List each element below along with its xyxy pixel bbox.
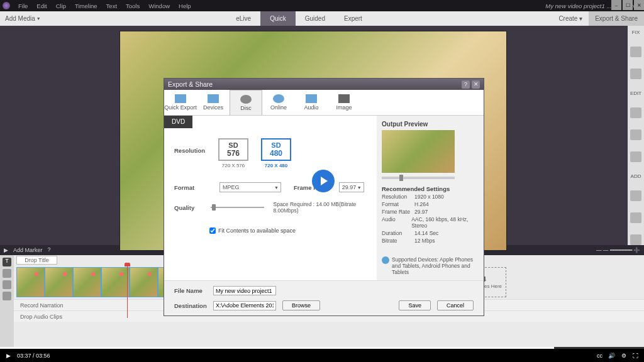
- label-quality: Quality: [174, 204, 202, 211]
- color-icon[interactable]: [630, 151, 641, 162]
- tab-online[interactable]: Online: [262, 90, 295, 115]
- video-player-bar: ▶ 03:37 / 03:56 cc 🔊 ⚙ ⛶: [0, 347, 644, 362]
- recommended-settings-title: Recommended Settings: [382, 185, 479, 192]
- output-preview-thumbnail: [382, 130, 455, 173]
- narration-track-icon: [3, 280, 11, 289]
- subtab-dvd[interactable]: DVD: [164, 116, 192, 128]
- title-icon[interactable]: [630, 190, 641, 201]
- format-select[interactable]: MPEG: [219, 182, 281, 192]
- clip[interactable]: [101, 267, 130, 297]
- resolution-option-576[interactable]: SD 576: [218, 138, 248, 161]
- clip[interactable]: [130, 267, 158, 297]
- add-media-dropdown[interactable]: Add Media▼: [0, 15, 46, 22]
- frame-rate-select[interactable]: 29.97: [339, 182, 364, 192]
- panel-label-fix: FIX: [632, 30, 640, 35]
- dialog-help-icon[interactable]: ?: [462, 80, 470, 89]
- mode-expert[interactable]: Expert: [335, 11, 372, 26]
- video-track-icon: [3, 269, 11, 278]
- tab-audio[interactable]: Audio: [295, 90, 328, 115]
- menu-file[interactable]: File: [14, 3, 32, 9]
- mode-guided[interactable]: Guided: [296, 11, 335, 26]
- label-resolution: Resolution: [174, 138, 207, 168]
- resolution-option-480[interactable]: SD 480: [261, 138, 291, 161]
- drop-title-slot[interactable]: Drop Title: [16, 256, 57, 265]
- tab-quick-export[interactable]: Quick Export: [164, 90, 197, 115]
- timeline-tool-column: T: [0, 255, 14, 347]
- output-preview-title: Output Preview: [382, 121, 479, 128]
- playhead[interactable]: [127, 265, 128, 318]
- export-type-tabs: Quick Export Devices Disc Online Audio I…: [164, 90, 484, 116]
- info-icon: [382, 256, 389, 264]
- clip[interactable]: [45, 267, 73, 297]
- save-button[interactable]: Save: [399, 300, 431, 310]
- video-progress-bar[interactable]: [0, 347, 644, 349]
- fx2-icon[interactable]: [630, 129, 641, 140]
- destination-input[interactable]: [213, 301, 276, 310]
- fullscreen-icon[interactable]: ⛶: [632, 352, 639, 359]
- wrench-icon[interactable]: [630, 69, 641, 79]
- mode-quick[interactable]: Quick: [260, 11, 296, 26]
- menu-window[interactable]: Window: [144, 3, 174, 9]
- create-dropdown[interactable]: Create ▾: [552, 11, 589, 26]
- fit-contents-checkbox[interactable]: [209, 228, 216, 234]
- label-fit-contents: Fit Contents to available space: [218, 228, 296, 234]
- fx-icon[interactable]: [630, 107, 641, 118]
- project-name: My new video project1 ...: [539, 3, 618, 9]
- menu-tools[interactable]: Tools: [121, 3, 144, 9]
- preview-scrubber[interactable]: [382, 177, 455, 179]
- export-share-button[interactable]: Export & Share: [589, 11, 644, 26]
- settings-icon[interactable]: ⚙: [620, 352, 627, 359]
- audio-track-icon: [3, 292, 11, 300]
- video-play-overlay[interactable]: [312, 170, 335, 192]
- menu-help[interactable]: Help: [174, 3, 196, 9]
- file-name-input[interactable]: [213, 286, 276, 295]
- panel-label-edit: EDIT: [630, 90, 641, 96]
- quality-slider[interactable]: [211, 207, 264, 208]
- help-icon[interactable]: ?: [48, 246, 55, 254]
- player-play-icon[interactable]: ▶: [5, 352, 12, 359]
- menu-edit[interactable]: Edit: [32, 3, 51, 9]
- os-window-controls: – ☐ ✕: [610, 0, 644, 10]
- export-share-dialog: Export & Share ? ✕ Quick Export Devices …: [164, 78, 484, 316]
- add-marker-button[interactable]: Add Marker: [13, 247, 43, 253]
- cancel-button[interactable]: Cancel: [437, 300, 474, 310]
- right-panel: FIX EDIT ADD: [628, 26, 644, 245]
- clip[interactable]: [73, 267, 101, 297]
- maximize-button[interactable]: ☐: [623, 0, 633, 10]
- menu-bar: File Edit Clip Timeline Text Tools Windo…: [0, 0, 644, 11]
- text-tool-icon[interactable]: T: [3, 258, 11, 266]
- mode-bar: Add Media▼ eLive Quick Guided Expert Cre…: [0, 11, 644, 26]
- player-time: 03:37 / 03:56: [17, 353, 50, 359]
- dialog-close-icon[interactable]: ✕: [472, 80, 480, 89]
- tab-image[interactable]: Image: [328, 90, 360, 115]
- space-required-text: Space Required : 14.00 MB(Bitrate 8.00Mb…: [273, 201, 367, 214]
- app-logo-icon: [3, 2, 10, 9]
- menu-clip[interactable]: Clip: [52, 3, 70, 9]
- cc-icon[interactable]: cc: [596, 352, 603, 359]
- dialog-titlebar: Export & Share ? ✕: [164, 79, 484, 90]
- label-file-name: File Name: [174, 287, 207, 294]
- clip[interactable]: [16, 267, 45, 297]
- label-destination: Destination: [174, 302, 207, 309]
- graphics-icon[interactable]: [630, 234, 641, 245]
- mode-elive[interactable]: eLive: [226, 11, 260, 26]
- menu-text[interactable]: Text: [102, 3, 121, 9]
- minimize-button[interactable]: –: [611, 0, 621, 10]
- browse-button[interactable]: Browse: [282, 300, 320, 310]
- supported-devices-text: Supported Devices: Apple Phones and Tabl…: [392, 256, 479, 275]
- music-icon[interactable]: [630, 212, 641, 223]
- label-format: Format: [174, 184, 207, 191]
- menu-timeline[interactable]: Timeline: [70, 3, 102, 9]
- tool-icon[interactable]: [630, 47, 641, 57]
- panel-label-add: ADD: [631, 173, 641, 179]
- tab-devices[interactable]: Devices: [197, 90, 230, 115]
- close-button[interactable]: ✕: [634, 0, 644, 10]
- volume-icon[interactable]: 🔊: [608, 352, 615, 359]
- tab-disc[interactable]: Disc: [230, 90, 262, 115]
